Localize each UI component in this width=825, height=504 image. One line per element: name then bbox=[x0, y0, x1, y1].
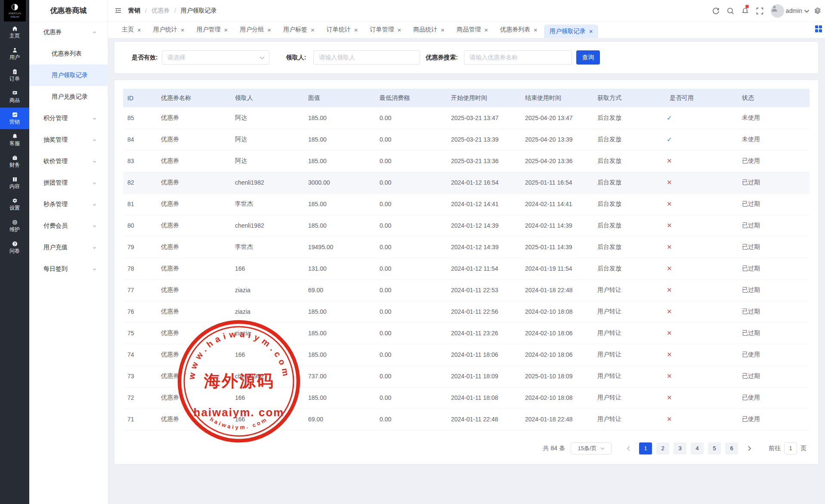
svg-text:海外源码: 海外源码 bbox=[204, 372, 275, 390]
svg-text:haiwaiym. com: haiwaiym. com bbox=[194, 406, 284, 419]
